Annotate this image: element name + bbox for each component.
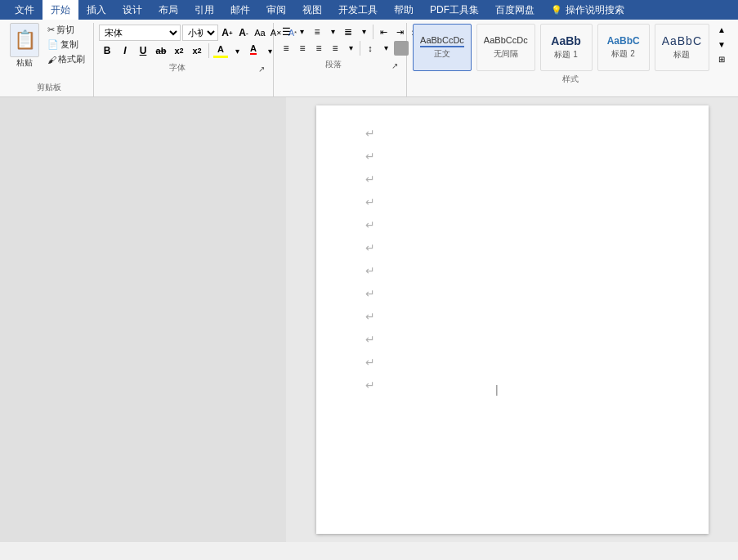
multilevel-button[interactable]: ≣ xyxy=(341,25,356,39)
numbering-button[interactable]: ≡ xyxy=(310,25,324,39)
style-heading2-label: 标题 2 xyxy=(611,48,634,60)
font-name-select[interactable]: 宋体 xyxy=(99,25,181,41)
paragraph-2: ↵ xyxy=(365,145,676,168)
highlight-button[interactable]: A xyxy=(212,43,229,59)
paragraph-group-label: 段落 xyxy=(279,59,388,74)
tab-references[interactable]: 引用 xyxy=(186,0,222,20)
paste-button[interactable]: 📋 粘贴 xyxy=(10,23,39,69)
lightbulb-icon: 💡 xyxy=(551,5,562,16)
font-controls: 宋体 小初 A+ A- Aa A✕ A* B I U ab x2 x2 xyxy=(99,23,300,59)
styles-area: AaBbCcDc 正文 AaBbCcDc 无间隔 AaBb 标题 1 AaBbC… xyxy=(412,23,728,72)
tab-pdf[interactable]: PDF工具集 xyxy=(422,0,487,20)
styles-group: AaBbCcDc 正文 AaBbCcDc 无间隔 AaBb 标题 1 AaBbC… xyxy=(407,23,733,96)
bullets-button[interactable]: ☰ xyxy=(279,25,293,39)
numbering-dropdown[interactable]: ▾ xyxy=(326,25,339,38)
underline-button[interactable]: U xyxy=(135,43,151,59)
styles-down[interactable]: ▼ xyxy=(715,38,728,51)
font-group-label: 字体 xyxy=(99,62,255,77)
styles-up[interactable]: ▲ xyxy=(715,23,728,36)
tab-baidu[interactable]: 百度网盘 xyxy=(487,0,543,20)
tab-file[interactable]: 文件 xyxy=(7,0,42,20)
decrease-font-button[interactable]: A- xyxy=(236,25,251,40)
para-mark-12: ↵ xyxy=(365,374,375,396)
highlight-text: A xyxy=(217,44,224,54)
tab-developer[interactable]: 开发工具 xyxy=(330,0,386,20)
para-mark-2: ↵ xyxy=(365,145,375,168)
strikethrough-button[interactable]: ab xyxy=(153,43,169,59)
font-group-footer: 字体 ↗ xyxy=(99,60,268,77)
line-spacing-button[interactable]: ↕ xyxy=(363,41,378,56)
paragraph-6: ↵ xyxy=(365,236,676,259)
style-heading1-preview: AaBb xyxy=(551,34,581,47)
italic-button[interactable]: I xyxy=(117,43,133,59)
highlight-dropdown[interactable]: ▾ xyxy=(230,44,244,57)
para-mark-1: ↵ xyxy=(365,122,375,145)
styles-expand[interactable]: ⊞ xyxy=(715,52,728,65)
styles-scroll: ▲ ▼ ⊞ xyxy=(715,23,728,65)
para-mark-5: ↵ xyxy=(365,213,375,236)
para-divider1 xyxy=(373,25,373,39)
styles-group-label: 样式 xyxy=(412,74,728,88)
font-group: 宋体 小初 A+ A- Aa A✕ A* B I U ab x2 x2 xyxy=(94,23,274,96)
paragraph-1: ↵ xyxy=(365,122,676,145)
paragraph-12: ↵ xyxy=(365,374,676,396)
style-heading2[interactable]: AaBbC 标题 2 xyxy=(597,24,650,71)
change-case-button[interactable]: Aa xyxy=(253,25,267,40)
tab-search[interactable]: 💡 操作说明搜索 xyxy=(543,0,633,20)
justify-dropdown[interactable]: ▾ xyxy=(344,41,357,54)
para-mark-7: ↵ xyxy=(365,259,375,282)
cut-label: 剪切 xyxy=(56,24,74,36)
tab-review[interactable]: 审阅 xyxy=(258,0,294,20)
tab-help[interactable]: 帮助 xyxy=(386,0,422,20)
tab-mail[interactable]: 邮件 xyxy=(222,0,258,20)
tab-layout[interactable]: 布局 xyxy=(150,0,186,20)
tab-insert[interactable]: 插入 xyxy=(78,0,114,20)
format-painter-button[interactable]: 🖌 格式刷 xyxy=(44,52,88,66)
tab-view[interactable]: 视图 xyxy=(294,0,330,20)
format-painter-label: 格式刷 xyxy=(58,53,85,65)
font-color-text: A xyxy=(250,43,257,55)
text-cursor-indicator: | xyxy=(496,383,499,396)
align-center-button[interactable]: ≡ xyxy=(295,41,310,56)
style-title[interactable]: AaBbC 标题 xyxy=(655,24,709,71)
subscript-button[interactable]: x2 xyxy=(189,43,205,59)
font-size-select[interactable]: 小初 xyxy=(182,25,218,41)
tab-design[interactable]: 设计 xyxy=(114,0,150,20)
paragraph-5: ↵ xyxy=(365,213,676,236)
style-heading1-label: 标题 1 xyxy=(554,49,577,60)
divider1 xyxy=(208,43,209,58)
bold-button[interactable]: B xyxy=(99,43,115,59)
para-mark-3: ↵ xyxy=(365,168,375,190)
copy-icon: 📄 xyxy=(47,39,59,50)
style-normal-bar xyxy=(420,46,464,47)
style-heading1[interactable]: AaBb 标题 1 xyxy=(540,24,593,71)
style-normal-label: 正文 xyxy=(434,48,450,60)
font-color-button[interactable]: A xyxy=(245,43,262,59)
increase-font-button[interactable]: A+ xyxy=(220,25,235,40)
decrease-indent-button[interactable]: ⇤ xyxy=(376,25,391,39)
tab-home[interactable]: 开始 xyxy=(42,0,78,20)
document-area[interactable]: ↵ ↵ ↵ ↵ ↵ ↵ ↵ ↵ ↵ xyxy=(286,97,738,542)
copy-button[interactable]: 📄 复制 xyxy=(44,38,88,52)
superscript-button[interactable]: x2 xyxy=(171,43,187,59)
style-title-label: 标题 xyxy=(673,49,690,60)
bullets-dropdown[interactable]: ▾ xyxy=(295,25,308,38)
style-no-space[interactable]: AaBbCcDc 无间隔 xyxy=(476,24,535,71)
painter-icon: 🖌 xyxy=(47,55,56,65)
para-mark-10: ↵ xyxy=(365,328,375,351)
align-right-button[interactable]: ≡ xyxy=(311,41,326,56)
style-normal[interactable]: AaBbCcDc 正文 xyxy=(413,24,472,71)
para-mark-6: ↵ xyxy=(365,236,375,259)
cut-button[interactable]: ✂ 剪切 xyxy=(44,23,88,37)
align-left-button[interactable]: ≡ xyxy=(279,41,293,56)
multilevel-dropdown[interactable]: ▾ xyxy=(357,25,370,38)
para-group-expand[interactable]: ↗ xyxy=(388,59,401,72)
para-divider2 xyxy=(360,41,360,56)
paste-icon: 📋 xyxy=(14,29,36,51)
document-page[interactable]: ↵ ↵ ↵ ↵ ↵ ↵ ↵ ↵ ↵ xyxy=(316,105,709,534)
line-spacing-dropdown[interactable]: ▾ xyxy=(379,41,392,54)
para-group-footer: 段落 ↗ xyxy=(279,57,401,74)
increase-indent-button[interactable]: ⇥ xyxy=(392,25,407,39)
font-group-expand[interactable]: ↗ xyxy=(255,62,268,75)
justify-button[interactable]: ≡ xyxy=(328,41,342,56)
